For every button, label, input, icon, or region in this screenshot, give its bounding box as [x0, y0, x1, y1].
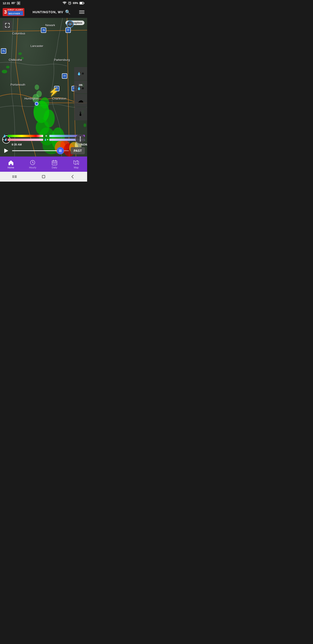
map-expand-button[interactable]: [3, 20, 12, 30]
precipitation-button[interactable]: 💧❄: [74, 67, 87, 80]
menu-icon[interactable]: [79, 10, 84, 14]
timeline-thumb[interactable]: [57, 147, 64, 154]
svg-rect-65: [42, 175, 45, 178]
more-dot-2: [80, 138, 81, 140]
current-location-icon: [69, 22, 72, 26]
logo-box: 3 FIRST ALERT WEATHER: [3, 8, 24, 16]
legend-rain-icon: 💧: [2, 134, 7, 138]
logo-first-alert: FIRST ALERT: [7, 9, 23, 11]
play-triangle-icon: [4, 148, 8, 153]
map-container[interactable]: Newark Columbus Lancaster Chillicothe Pa…: [0, 18, 87, 156]
thumb-line-1: [59, 149, 60, 152]
nav-daily[interactable]: Daily: [43, 159, 65, 170]
home-icon: [8, 160, 14, 166]
cloud-icon: ☁: [78, 97, 83, 104]
status-temperature: 85°: [11, 2, 15, 5]
map-icon: [73, 160, 79, 166]
app-logo[interactable]: 3 FIRST ALERT WEATHER: [3, 8, 24, 16]
recent-icon: [12, 175, 17, 178]
status-left: 12:31 85° ✕: [3, 1, 20, 5]
svg-rect-53: [53, 163, 54, 164]
now-label: NOW: [81, 143, 87, 146]
highway-71: 71: [1, 48, 6, 54]
expand-icon: [5, 23, 10, 28]
system-nav-bar: [0, 172, 87, 182]
status-bar: 12:31 85° ✕ 69%: [0, 0, 87, 6]
nav-map[interactable]: Map: [65, 159, 87, 170]
calendar-icon: [52, 160, 57, 166]
app-header: 3 FIRST ALERT WEATHER HUNTINGTON, WV 🔍: [0, 6, 87, 18]
legend-freezing-icon: 💧❄: [44, 138, 48, 141]
nav-daily-label: Daily: [52, 166, 57, 169]
play-button[interactable]: [2, 147, 10, 155]
location-dot: [35, 102, 38, 106]
logo-weather: WEATHER: [8, 12, 20, 15]
svg-line-48: [33, 162, 34, 163]
svg-rect-6: [80, 2, 82, 4]
start-time-label: 9:35 AM: [12, 143, 22, 146]
nav-hourly-label: Hourly: [29, 166, 36, 169]
past-button[interactable]: PAST: [71, 147, 85, 154]
logo-channel: 3: [4, 10, 7, 14]
svg-line-4: [70, 2, 71, 2]
more-dot-1: [80, 137, 81, 138]
nav-hourly[interactable]: Hourly: [22, 159, 44, 170]
logo-weather-box: WEATHER: [7, 11, 23, 16]
svg-point-40: [69, 24, 71, 25]
24h-button[interactable]: 24h 💧❄: [74, 80, 87, 94]
nav-home-label: Home: [7, 166, 14, 169]
nav-home[interactable]: Home: [0, 159, 22, 170]
thumb-lines: [59, 149, 61, 152]
svg-rect-7: [84, 3, 84, 4]
playback-controls: PAST: [2, 147, 85, 155]
legend-row-2: ❄💧 💧❄: [2, 138, 85, 141]
battery-percent: 69%: [73, 2, 78, 5]
close-notification-icon[interactable]: ✕: [17, 1, 20, 5]
svg-rect-54: [54, 163, 55, 164]
menu-line-3: [79, 13, 84, 14]
home-sys-button[interactable]: [40, 174, 47, 179]
thermometer-icon: 🌡: [78, 110, 83, 118]
home-sys-icon: [41, 174, 46, 179]
map-right-panel: 💧❄ 24h 💧❄ ☁ 🌡: [74, 67, 87, 120]
location-button[interactable]: [67, 20, 74, 28]
status-time: 12:31: [3, 2, 10, 5]
more-options-button[interactable]: [75, 134, 85, 144]
nav-map-label: Map: [74, 166, 79, 169]
legend-mix-icon: ❄💧: [2, 138, 7, 141]
logo-text-col: FIRST ALERT WEATHER: [7, 9, 23, 16]
legend-snow-icon: ❄: [44, 134, 48, 138]
temperature-button[interactable]: 🌡: [74, 107, 87, 120]
24h-label: 24h: [79, 84, 82, 86]
bottom-navigation: Home Hourly Daily Map: [0, 156, 87, 172]
legend-gradient-mix: [7, 139, 43, 141]
legend-bar: 💧 ❄ ❄💧 💧❄: [2, 134, 85, 141]
clock-icon: [30, 160, 35, 166]
clouds-button[interactable]: ☁: [74, 94, 87, 107]
battery-icon: [79, 2, 84, 4]
recent-apps-button[interactable]: [11, 174, 18, 179]
svg-rect-55: [55, 163, 56, 164]
highway-77-north: 77: [65, 28, 71, 33]
precip-icon: 💧❄: [77, 72, 84, 75]
alarm-icon: [68, 1, 71, 5]
wifi-icon: [62, 2, 67, 5]
location-text: HUNTINGTON, WV: [33, 10, 63, 14]
thumb-line-2: [60, 149, 60, 152]
svg-line-3: [69, 2, 69, 2]
highway-77-mid: 77: [62, 73, 67, 79]
24h-icon: 💧❄: [77, 86, 84, 90]
timeline-fill: [12, 150, 60, 151]
highway-70: 70: [41, 28, 46, 33]
timeline-track[interactable]: [12, 150, 69, 151]
menu-line-2: [79, 12, 84, 12]
header-location[interactable]: HUNTINGTON, WV 🔍: [33, 10, 71, 15]
back-button[interactable]: [69, 174, 76, 179]
legend-gradient-rain: [7, 135, 43, 137]
search-icon[interactable]: 🔍: [65, 10, 71, 15]
thumb-line-3: [61, 149, 61, 152]
highway-77-south: 77: [54, 86, 59, 91]
status-right: 69%: [62, 1, 84, 5]
svg-marker-56: [74, 160, 79, 164]
back-icon: [71, 175, 75, 179]
